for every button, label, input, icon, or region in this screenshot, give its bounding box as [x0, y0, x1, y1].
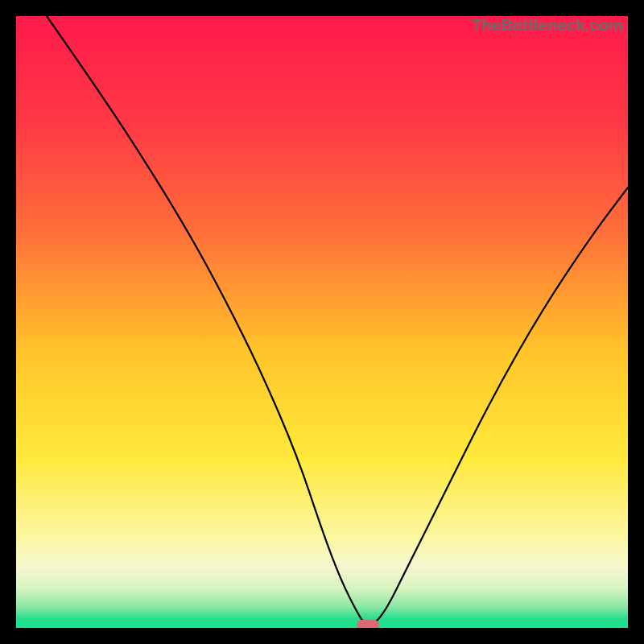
- plot-area: TheBottleneck.com: [16, 16, 628, 628]
- chart-frame: TheBottleneck.com: [0, 0, 644, 644]
- watermark-text: TheBottleneck.com: [472, 16, 623, 35]
- bottleneck-curve: [16, 16, 628, 628]
- minimum-marker: [357, 620, 379, 628]
